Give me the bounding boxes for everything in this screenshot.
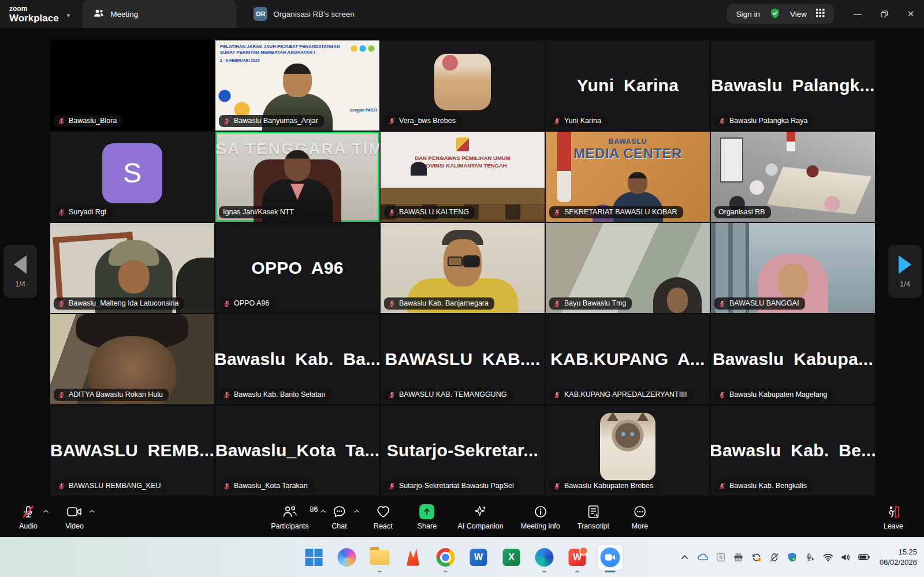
- tab-shared-screen[interactable]: OR Organisasi RB's screen: [254, 7, 355, 21]
- video-tile[interactable]: PELATIHAN JARAK JAUH PEJABAT PENANDATANG…: [215, 40, 379, 131]
- video-tile[interactable]: KAB.KUPANG A...KAB.KUPANG APREDALZERYANT…: [546, 314, 710, 404]
- taskbar-app-word[interactable]: W: [466, 545, 491, 570]
- scene-shape: [653, 277, 702, 313]
- share-button[interactable]: Share: [413, 504, 440, 530]
- meeting-people-icon: [93, 9, 105, 20]
- video-tile[interactable]: Bawaslu Kab. Banjarnegara: [381, 223, 545, 313]
- video-tile[interactable]: Yuni KarinaYuni Karina: [546, 40, 710, 131]
- video-tile[interactable]: Vera_bws Brebes: [381, 40, 545, 131]
- video-tile[interactable]: Bawaslu Kabupaten Brebes: [546, 405, 710, 496]
- video-button[interactable]: Video: [61, 504, 88, 530]
- mic-muted-icon: [718, 482, 726, 490]
- video-tile[interactable]: Bawaslu Palangk...Bawaslu Palangka Raya: [711, 40, 875, 131]
- meeting-info-button[interactable]: Meeting info: [521, 504, 560, 530]
- video-tile[interactable]: Bawaslu_Malteng Ida Latuconsina: [50, 223, 214, 313]
- taskbar-app-excel[interactable]: X: [499, 545, 524, 570]
- video-tile[interactable]: OPPO A96OPPO A96: [215, 223, 379, 313]
- video-tile[interactable]: BAWASLU REMB...BAWASLU REMBANG_KEU: [50, 405, 214, 496]
- battery-icon[interactable]: [858, 552, 870, 563]
- taskbar-app-wps-office[interactable]: W: [565, 545, 590, 570]
- app-s-icon[interactable]: S: [715, 552, 726, 563]
- audio-button[interactable]: Audio: [15, 504, 42, 530]
- taskbar-app-edge[interactable]: [532, 545, 557, 570]
- video-tile[interactable]: Bawaslu Kab. Be...Bawaslu Kab. Bengkalis: [711, 405, 875, 496]
- react-button[interactable]: React: [370, 504, 396, 530]
- video-tile[interactable]: BAWASLU KAB....BAWASLU KAB. TEMANGGUNG: [381, 314, 545, 404]
- sync-icon[interactable]: [751, 552, 762, 563]
- chat-button[interactable]: Chat: [326, 504, 352, 530]
- ai-companion-button[interactable]: AI Companion: [457, 504, 503, 530]
- taskbar-app-chrome[interactable]: [433, 545, 459, 570]
- chevron-down-icon[interactable]: ▾: [67, 12, 70, 19]
- mic-muted-toolbar-icon: [21, 504, 35, 519]
- printer-icon[interactable]: [733, 552, 744, 563]
- toolbar-item-label: Share: [418, 522, 437, 530]
- video-tile[interactable]: Organisasi RB: [711, 132, 875, 222]
- video-tile[interactable]: BAWASLU BANGGAI: [711, 223, 875, 313]
- video-tile[interactable]: SA TENGGARA TIMIgnas Jani/Kasek NTT: [215, 132, 379, 222]
- video-tile[interactable]: Bawaslu_Blora: [50, 40, 214, 131]
- taskbar-app-file-explorer[interactable]: [367, 545, 393, 570]
- shared-screen-label: Organisasi RB's screen: [273, 10, 355, 18]
- leave-button[interactable]: Leave: [880, 504, 907, 530]
- mic-muted-icon: [718, 117, 726, 125]
- participant-name-label: BAWASLU BANGGAI: [714, 297, 805, 310]
- video-tile[interactable]: BAWASLUMEDIA CENTERSEKRETARIAT BAWASLU K…: [546, 132, 710, 222]
- security-shield-icon[interactable]: [769, 8, 781, 21]
- taskbar-app-nitro-pdf[interactable]: [400, 545, 426, 570]
- page-indicator: 1/4: [900, 280, 910, 288]
- restore-button[interactable]: [871, 0, 897, 28]
- video-tile[interactable]: Bawaslu_Kota Ta...Bawaslu_Kota Tarakan: [215, 405, 379, 496]
- zoom-app-icon: [601, 548, 620, 567]
- next-page-button[interactable]: 1/4: [888, 245, 922, 298]
- windows-security-icon[interactable]: [787, 552, 798, 563]
- chevron-up-icon[interactable]: [43, 507, 49, 515]
- wifi-icon[interactable]: [822, 552, 834, 563]
- volume-icon[interactable]: [840, 552, 852, 563]
- taskbar-app-start[interactable]: [301, 545, 327, 570]
- leave-door-icon: [886, 504, 900, 519]
- view-grid-icon[interactable]: [816, 9, 825, 19]
- wall-text: BAWASLUMEDIA CENTER: [546, 137, 710, 162]
- chrome-icon: [437, 548, 455, 567]
- chevron-up-icon[interactable]: [90, 507, 95, 515]
- participant-name-label: Bawaslu Kab. Banjarnegara: [384, 297, 494, 310]
- sign-in-button[interactable]: Sign in: [736, 10, 760, 18]
- transcript-button[interactable]: Transcript: [578, 504, 609, 530]
- video-gallery-stage: Bawaslu_BloraPELATIHAN JARAK JAUH PEJABA…: [0, 28, 924, 497]
- previous-page-button[interactable]: 1/4: [3, 245, 37, 298]
- taskbar-clock[interactable]: 15.25 06/02/2026: [880, 547, 917, 567]
- participant-name-label: BAWASLU KALTENG: [384, 206, 475, 218]
- running-indicator: [542, 571, 546, 572]
- taskbar-app-copilot[interactable]: [334, 545, 360, 570]
- mic-muted-icon: [223, 117, 230, 125]
- video-tile[interactable]: DAN PENGAWAS PEMILIHAN UMUMPROVINSI KALI…: [381, 132, 545, 222]
- wps-office-icon: W: [569, 549, 586, 566]
- microphone-in-use-icon[interactable]: [804, 552, 816, 563]
- video-tile[interactable]: Sutarjo-Sekretar...Sutarjo-Sekretariat B…: [381, 405, 545, 496]
- view-button[interactable]: View: [790, 10, 807, 18]
- onedrive-icon[interactable]: [697, 552, 709, 563]
- video-tile[interactable]: ADITYA Bawaslu Rokan Hulu: [50, 314, 214, 404]
- tab-meeting[interactable]: Meeting: [83, 0, 236, 28]
- participant-name-label: ADITYA Bawaslu Rokan Hulu: [54, 389, 169, 401]
- running-indicator: [605, 571, 616, 572]
- mouse-disabled-icon[interactable]: [769, 552, 780, 563]
- hidden-icons-chevron-icon[interactable]: [679, 552, 691, 563]
- video-tile[interactable]: Bayu Bawaslu Tmg: [546, 223, 710, 313]
- video-tile[interactable]: Bawaslu Kabupa...Bawaslu Kabupaten Magel…: [711, 314, 875, 404]
- participant-name-label: Bayu Bawaslu Tmg: [549, 297, 632, 310]
- video-tile[interactable]: SSuryadi Rgt: [50, 132, 214, 222]
- minimize-button[interactable]: —: [844, 0, 871, 28]
- chevron-up-icon[interactable]: [354, 507, 359, 515]
- close-button[interactable]: ✕: [897, 0, 924, 28]
- shared-screen-badge: OR: [254, 7, 267, 21]
- video-tile[interactable]: Bawaslu Kab. Ba...Bawaslu Kab. Barito Se…: [215, 314, 379, 404]
- participants-button[interactable]: 86Participants: [271, 504, 308, 530]
- more-button[interactable]: More: [627, 504, 653, 530]
- excel-icon: X: [503, 549, 520, 566]
- chevron-up-icon[interactable]: [321, 507, 326, 515]
- participant-name-label: Ignas Jani/Kasek NTT: [219, 206, 300, 218]
- taskbar-app-zoom[interactable]: [598, 545, 623, 570]
- zoom-titlebar: zoom Workplace ▾ Meeting OR Organisasi R…: [0, 0, 924, 28]
